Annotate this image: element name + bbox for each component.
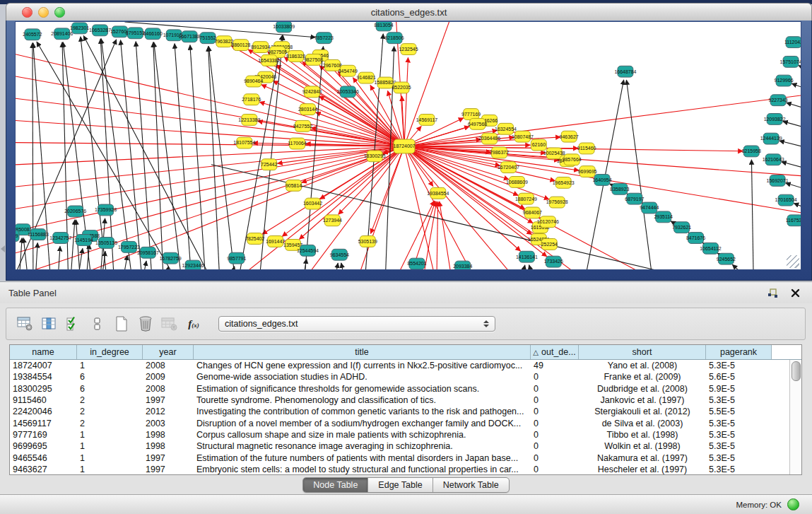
- network-node[interactable]: 19384554: [427, 187, 449, 199]
- network-node[interactable]: 6879197: [625, 193, 644, 204]
- network-node[interactable]: 18807249: [515, 193, 537, 204]
- tab-edge-table[interactable]: Edge Table: [368, 478, 433, 492]
- table-row[interactable]: 969969511998Structural magnetic resonanc…: [10, 440, 790, 452]
- network-node[interactable]: 8215958: [742, 146, 761, 157]
- network-node[interactable]: 9115460: [577, 143, 596, 154]
- zoom-window-button[interactable]: [54, 7, 65, 18]
- network-node[interactable]: 1112042: [784, 37, 801, 48]
- network-node[interactable]: 6466160: [143, 28, 163, 40]
- network-node[interactable]: 19654923: [553, 177, 575, 188]
- network-node[interactable]: 2093384: [453, 261, 472, 269]
- network-node[interactable]: 9634554: [330, 249, 349, 260]
- row-height-icon[interactable]: [87, 313, 108, 334]
- network-node[interactable]: 16033809: [273, 22, 295, 33]
- column-header-out_de[interactable]: △out_de...: [531, 345, 579, 359]
- network-node[interactable]: 9242848: [302, 86, 322, 98]
- column-header-short[interactable]: short: [579, 345, 706, 359]
- network-node[interactable]: 20206576: [64, 206, 86, 217]
- network-node[interactable]: 9827508: [304, 54, 323, 65]
- table-row[interactable]: 946362711997Embryonic stem cells: a mode…: [10, 464, 790, 474]
- network-node[interactable]: 10688609: [506, 177, 528, 188]
- network-node[interactable]: 1691447: [266, 236, 285, 247]
- column-header-year[interactable]: year: [143, 345, 194, 359]
- network-node[interactable]: 18300295: [364, 151, 386, 162]
- show-column-icon[interactable]: [39, 313, 60, 334]
- network-node[interactable]: 8471676: [686, 233, 705, 244]
- float-panel-icon[interactable]: [767, 287, 778, 298]
- network-node[interactable]: 10120746: [537, 216, 559, 228]
- network-node[interactable]: 10958167: [137, 247, 159, 258]
- network-node[interactable]: 7825402: [245, 233, 264, 245]
- network-node[interactable]: 7932621: [672, 222, 691, 233]
- network-node[interactable]: 12544594: [297, 245, 319, 256]
- network-node[interactable]: 13505135: [95, 238, 117, 249]
- network-node[interactable]: 1170064: [288, 138, 307, 149]
- network-node[interactable]: 19756928: [546, 197, 568, 208]
- network-node[interactable]: 20053346: [337, 86, 359, 98]
- network-node[interactable]: 8522035: [392, 82, 411, 93]
- table-row[interactable]: 1456911722003Disruption of a novel membe…: [10, 417, 790, 428]
- destroy-table-icon[interactable]: [159, 313, 180, 334]
- panel-collapse-arrow-icon[interactable]: [1, 245, 5, 252]
- network-node[interactable]: 8860128: [231, 40, 250, 51]
- network-node[interactable]: 10807487: [512, 131, 534, 142]
- network-node[interactable]: 10653287: [89, 25, 111, 36]
- table-settings-icon[interactable]: [15, 313, 36, 334]
- network-node[interactable]: 15751074: [780, 56, 801, 67]
- network-node[interactable]: 18107554: [233, 137, 255, 148]
- network-node[interactable]: 14136141: [516, 251, 538, 262]
- network-node[interactable]: 7857223: [314, 33, 334, 44]
- network-node[interactable]: 12213383: [238, 115, 260, 126]
- network-node[interactable]: 16782759: [160, 252, 182, 264]
- network-node[interactable]: 8554201: [407, 258, 426, 269]
- function-builder-icon[interactable]: f(x): [183, 313, 204, 334]
- network-node[interactable]: 9129966: [775, 75, 794, 86]
- network-node[interactable]: 17359928: [95, 204, 117, 216]
- network-node[interactable]: 1733426: [544, 256, 563, 267]
- close-window-button[interactable]: [22, 7, 33, 18]
- network-node[interactable]: 39139: [16, 230, 19, 242]
- table-row[interactable]: 977716911998Corpus callosum shape and si…: [10, 429, 790, 440]
- network-node[interactable]: 9146821: [357, 72, 376, 83]
- network-node[interactable]: 2718176: [242, 94, 261, 105]
- network-node[interactable]: 9684067: [523, 207, 542, 218]
- tab-network-table[interactable]: Network Table: [433, 478, 509, 492]
- network-node[interactable]: 2803144: [298, 104, 317, 115]
- network-node[interactable]: 1167531: [786, 215, 801, 226]
- network-node[interactable]: 16671388: [179, 31, 201, 42]
- tab-node-table[interactable]: Node Table: [303, 478, 368, 492]
- network-node[interactable]: 9699695: [578, 166, 597, 177]
- network-node[interactable]: 8427552: [293, 120, 312, 132]
- network-node[interactable]: 16720407: [498, 162, 519, 173]
- network-node[interactable]: 8454749: [339, 65, 358, 76]
- create-table-icon[interactable]: [111, 313, 132, 334]
- delete-attributes-icon[interactable]: [135, 313, 156, 334]
- network-node[interactable]: 9463627: [560, 131, 579, 142]
- network-node[interactable]: 8795153: [126, 28, 145, 39]
- network-node[interactable]: 6497568: [468, 118, 487, 129]
- network-node[interactable]: 5305139: [358, 236, 377, 247]
- close-panel-icon[interactable]: [789, 287, 801, 298]
- network-node[interactable]: 20364486: [478, 133, 500, 144]
- network-node[interactable]: 17016504: [775, 194, 797, 206]
- network-node[interactable]: 1273944: [323, 215, 342, 226]
- network-node[interactable]: 12923446: [182, 260, 204, 269]
- network-node[interactable]: 9890464: [244, 76, 263, 87]
- network-node[interactable]: 12444139: [760, 133, 782, 144]
- table-row[interactable]: 911546021997Tourette syndrome. Phenomeno…: [10, 395, 790, 406]
- network-node[interactable]: 9857664: [563, 154, 582, 165]
- network-graph[interactable]: 1872400779638228860128891293423226058982…: [16, 22, 801, 269]
- network-node[interactable]: 1232545: [399, 44, 418, 55]
- table-row[interactable]: 1830029562008Estimation of significance …: [10, 383, 790, 395]
- network-canvas[interactable]: 1872400779638228860128891293423226058982…: [15, 21, 801, 270]
- select-columns-icon[interactable]: [63, 313, 84, 334]
- network-node[interactable]: 2405572: [23, 29, 42, 40]
- table-row[interactable]: 946554611997Estimation of the future num…: [10, 452, 790, 463]
- column-header-in_degree[interactable]: in_degree: [77, 345, 143, 359]
- network-node[interactable]: 9218506: [385, 33, 404, 44]
- network-node[interactable]: 1640954: [592, 175, 611, 186]
- network-node[interactable]: 11156883: [28, 229, 49, 240]
- table-selector-dropdown[interactable]: citations_edges.txt: [218, 316, 495, 332]
- network-node[interactable]: 15692071: [767, 175, 789, 187]
- network-node[interactable]: 9857791: [227, 252, 246, 264]
